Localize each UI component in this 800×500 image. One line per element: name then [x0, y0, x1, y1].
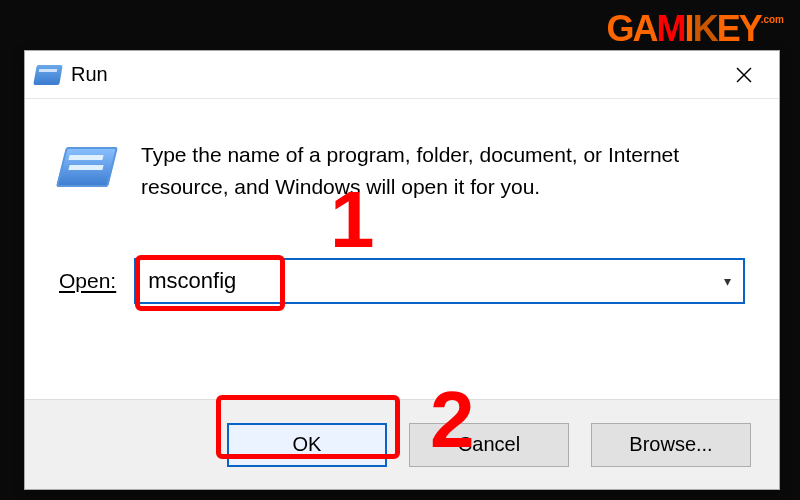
- instruction-text: Type the name of a program, folder, docu…: [141, 139, 721, 202]
- close-button[interactable]: [719, 55, 769, 95]
- ok-button[interactable]: OK: [227, 423, 387, 467]
- run-dialog: Run Type the name of a program, folder, …: [24, 50, 780, 490]
- cancel-button[interactable]: Cancel: [409, 423, 569, 467]
- button-bar: OK Cancel Browse...: [25, 399, 779, 489]
- titlebar: Run: [25, 51, 779, 99]
- chevron-down-icon[interactable]: ▾: [724, 273, 731, 289]
- run-body-icon: [59, 143, 115, 191]
- dialog-body: Type the name of a program, folder, docu…: [25, 99, 779, 314]
- open-input[interactable]: [148, 268, 703, 294]
- open-label: Open:: [59, 269, 116, 293]
- run-title-icon: [35, 64, 61, 86]
- watermark-logo: GAMIKEY.com: [607, 8, 784, 50]
- open-combobox[interactable]: ▾: [134, 258, 745, 304]
- browse-button[interactable]: Browse...: [591, 423, 751, 467]
- dialog-title: Run: [71, 63, 108, 86]
- close-icon: [735, 66, 753, 84]
